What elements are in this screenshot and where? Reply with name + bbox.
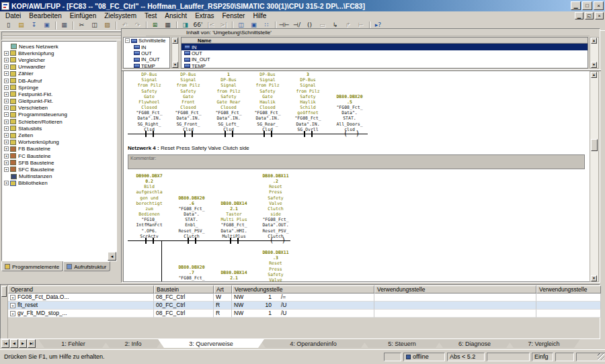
tab-scroll-next-icon[interactable]: ▶	[19, 339, 27, 348]
child-minimize-button[interactable]: ▁	[575, 12, 583, 19]
menu-bearbeiten[interactable]: Bearbeiten	[25, 12, 65, 19]
tab-scroll-prev-icon[interactable]: ◀	[10, 339, 18, 348]
maximize-button[interactable]: □	[582, 1, 592, 10]
interface-tree-scrollbar[interactable]: ▲ ▼	[171, 37, 179, 69]
tree-item-wortverkn-pfung[interactable]: +Wortverknüpfung	[3, 139, 116, 146]
ladder-scrollbar[interactable]: ▲ ▼	[590, 71, 599, 282]
menu-ansicht[interactable]: Ansicht	[161, 12, 191, 19]
column-header-operand[interactable]: Operand	[8, 285, 154, 293]
crossref-row-gv-flt-md-stop[interactable]: +gv_Flt_MD_stop_...08_FC_CtrlRNW1/U	[8, 310, 601, 318]
crossref-row-flt-reset[interactable]: +flt_reset00_FC_CtrlRNW10/U	[8, 302, 601, 310]
expand-icon[interactable]: +	[10, 295, 15, 300]
crossref-row-fg08-fct-data-o[interactable]: +FG08_Fct_Data.O...08_FC_CtrlWNW1/=	[8, 293, 601, 302]
expand-icon[interactable]: +	[4, 64, 9, 69]
scroll-down-icon[interactable]: ▼	[172, 62, 178, 68]
declaration-row-in[interactable]: IN	[182, 44, 588, 50]
interface-section-out[interactable]: OUT	[124, 50, 169, 56]
paste-button[interactable]: ▨	[101, 20, 114, 30]
output-tab-5-steuern[interactable]: 5: Steuern	[362, 339, 442, 348]
menu-extras[interactable]: Extras	[191, 12, 218, 19]
expand-icon[interactable]: +	[4, 133, 9, 138]
expand-icon[interactable]: +	[4, 85, 9, 90]
tree-item-umwandler[interactable]: +Umwandler	[3, 64, 116, 71]
tree-item-bitverkn-pfung[interactable]: +Bitverknüpfung	[3, 50, 116, 56]
declaration-row-temp[interactable]: TEMP	[182, 63, 588, 69]
open-online-button[interactable]: ↧	[28, 20, 40, 30]
output-tab-3-querverweise[interactable]: 3: Querverweise	[158, 339, 264, 348]
scroll-down-icon[interactable]: ▼	[591, 275, 597, 281]
menu-test[interactable]: Test	[140, 12, 161, 19]
child-restore-button[interactable]: ◱	[585, 12, 594, 19]
scroll-down-icon[interactable]: ▼	[591, 62, 597, 68]
expand-icon[interactable]: +	[4, 112, 9, 117]
expand-icon[interactable]: +	[4, 146, 9, 151]
scroll-up-icon[interactable]: ▲	[591, 38, 597, 44]
tree-item-sfc-bausteine[interactable]: +SFC Bausteine	[3, 166, 116, 173]
expand-icon[interactable]: +	[4, 140, 9, 144]
pane-grip[interactable]	[1, 286, 7, 297]
tree-item-statusbits[interactable]: +Statusbits	[3, 125, 116, 132]
child-close-button[interactable]: ×	[595, 12, 604, 19]
tree-item-bibliotheken[interactable]: +Bibliotheken	[3, 180, 116, 187]
tree-item-sfb-bausteine[interactable]: +SFB Bausteine	[3, 159, 116, 166]
tree-item-fb-bausteine[interactable]: +FB Bausteine	[3, 146, 116, 152]
scroll-up-icon[interactable]: ▲	[172, 38, 178, 44]
expand-icon[interactable]: +	[4, 120, 9, 124]
column-header-baustein[interactable]: Baustein	[154, 285, 214, 293]
minimize-button[interactable]: ▁	[571, 1, 581, 10]
tree-item-z-hler[interactable]: +Zähler	[3, 71, 116, 77]
tree-item-fc-bausteine[interactable]: +FC Bausteine	[3, 152, 116, 159]
tab-scroll-last-icon[interactable]: ▶|	[28, 339, 36, 348]
declaration-row-out[interactable]: OUT	[182, 50, 588, 56]
ladder-diagram-area[interactable]: 2DP-BusSignalfrom PilzSafetyGateFlywheel…	[123, 71, 590, 282]
expand-icon[interactable]: +	[4, 99, 9, 103]
tree-item-spr-nge[interactable]: +Sprünge	[3, 84, 116, 91]
menu-hilfe[interactable]: Hilfe	[249, 12, 270, 19]
tree-item-programmsteuerung[interactable]: +Programmsteuerung	[3, 111, 116, 118]
tree-item-verschieben[interactable]: +Verschieben	[3, 105, 116, 111]
menu-fenster[interactable]: Fenster	[218, 12, 249, 19]
tree-item-multinstanzen[interactable]: Multinstanzen	[3, 173, 116, 180]
expand-icon[interactable]: +	[4, 79, 9, 83]
declaration-scrollbar[interactable]: ▲ ▼	[590, 37, 599, 69]
expand-icon[interactable]: +	[4, 167, 9, 172]
pane-corner-button[interactable]: ◂	[108, 252, 116, 261]
expand-icon[interactable]: +	[4, 92, 9, 97]
scrollbar-thumb[interactable]	[591, 139, 598, 151]
output-tab-1-fehler[interactable]: 1: Fehler	[38, 339, 108, 348]
cut-button[interactable]: ✂	[75, 20, 88, 30]
tree-item-gleitpunkt-fkt[interactable]: +Gleitpunkt-Fkt.	[3, 98, 116, 105]
expand-icon[interactable]: +	[4, 161, 9, 165]
expand-icon[interactable]: +	[4, 126, 9, 131]
menu-datei[interactable]: Datei	[1, 12, 25, 19]
column-header-verwendungsstelle-3[interactable]: Verwendungsstelle	[536, 285, 601, 293]
interface-root-item[interactable]: −Schnittstelle	[124, 38, 169, 44]
tree-item-schieben-rotieren[interactable]: +Schieben/Rotieren	[3, 118, 116, 125]
tab-programmelemente[interactable]: Programmelemente	[1, 261, 63, 271]
column-header-verwendungsstelle-1[interactable]: Verwendungsstelle	[232, 285, 374, 293]
scroll-up-icon[interactable]: ▲	[591, 72, 597, 78]
expand-icon[interactable]: +	[4, 71, 9, 76]
expand-icon[interactable]: +	[10, 303, 15, 308]
output-tab-6-diagnose[interactable]: 6: Diagnose	[437, 339, 512, 348]
save-button[interactable]: ▣	[40, 20, 53, 30]
print-button[interactable]: ▦	[58, 20, 71, 30]
expand-icon[interactable]: +	[4, 154, 9, 158]
tree-item-zeiten[interactable]: +Zeiten	[3, 132, 116, 138]
expand-icon[interactable]: +	[10, 311, 15, 316]
declaration-row-in-out[interactable]: IN_OUT	[182, 56, 588, 62]
tree-item-neues-netzwerk[interactable]: Neues Netzwerk	[3, 43, 116, 50]
tree-item-vergleicher[interactable]: +Vergleicher	[3, 56, 116, 63]
interface-section-in[interactable]: IN	[124, 44, 169, 50]
element-filter-combobox[interactable]: ▼	[1, 32, 137, 40]
expand-icon[interactable]: +	[4, 58, 9, 62]
output-tab-2-info[interactable]: 2: Info	[104, 339, 163, 348]
expand-icon[interactable]: +	[4, 181, 9, 185]
interface-section-temp[interactable]: TEMP	[124, 63, 169, 69]
tab-scroll-first-icon[interactable]: |◀	[1, 339, 9, 348]
menu-einf-gen[interactable]: Einfügen	[66, 12, 100, 19]
menu-zielsystem[interactable]: Zielsystem	[100, 12, 140, 19]
open-folder-button[interactable]: ▤	[15, 20, 28, 30]
output-tab-4-operandeninfo[interactable]: 4: Operandeninfo	[259, 339, 367, 348]
expand-icon[interactable]: +	[4, 105, 9, 110]
